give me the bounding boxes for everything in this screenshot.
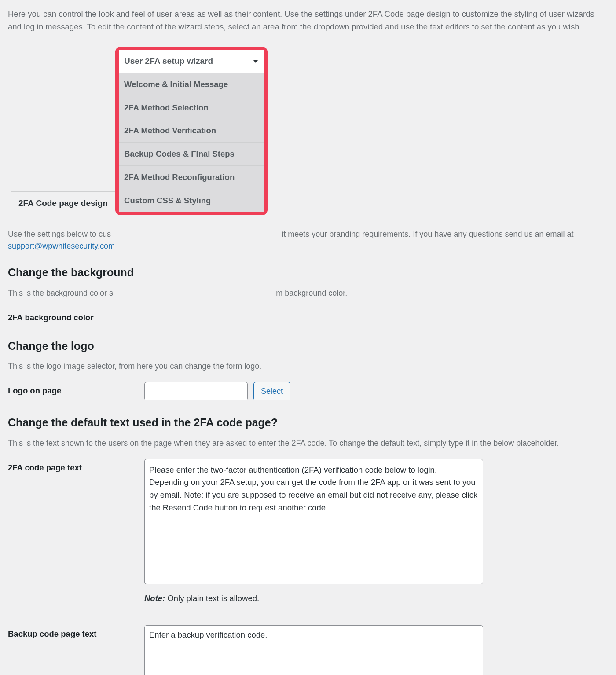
textarea-2fa-code-page-text[interactable] (144, 459, 483, 584)
heading-change-logo: Change the logo (8, 338, 608, 355)
tabs-bar: 2FA Code page design User 2FA setup wiza… (8, 46, 608, 215)
dropdown-item-welcome[interactable]: Welcome & Initial Message (119, 73, 264, 96)
label-logo-on-page: Logo on page (8, 382, 144, 397)
label-2fa-bg-color: 2FA background color (8, 309, 144, 324)
bg-desc-prefix: This is the background color s (8, 289, 113, 297)
chevron-down-icon (253, 59, 259, 64)
dropdown-header[interactable]: User 2FA setup wizard (119, 50, 264, 73)
dropdown-highlight: User 2FA setup wizard Welcome & Initial … (115, 47, 268, 215)
logo-desc: This is the logo image selector, from he… (8, 360, 608, 372)
textarea-backup-code-page-text[interactable] (144, 625, 483, 675)
support-email-link[interactable]: support@wpwhitesecurity.com (8, 242, 115, 250)
text-desc: This is the text shown to the users on t… (8, 437, 608, 449)
note-label: Note: (144, 594, 165, 603)
svg-marker-0 (253, 60, 258, 63)
logo-input[interactable] (144, 382, 248, 400)
intro-text: Here you can control the look and feel o… (8, 8, 608, 33)
bg-desc-suffix: m background color. (276, 289, 347, 297)
dropdown-selected: User 2FA setup wizard (124, 55, 213, 68)
dropdown-item-method-selection[interactable]: 2FA Method Selection (119, 96, 264, 119)
dropdown-list: Welcome & Initial Message 2FA Method Sel… (119, 73, 264, 212)
desc-prefix: Use the settings below to cus (8, 230, 111, 238)
label-2fa-code-page-text: 2FA code page text (8, 459, 144, 474)
tab-2fa-code-page-design[interactable]: 2FA Code page design (11, 191, 115, 216)
desc-suffix: it meets your branding requirements. If … (282, 230, 573, 238)
select-button[interactable]: Select (253, 382, 290, 400)
heading-change-background: Change the background (8, 264, 608, 281)
note-code-text: Note: Only plain text is allowed. (144, 592, 608, 605)
heading-change-default-text: Change the default text used in the 2FA … (8, 415, 608, 431)
dropdown-item-method-verification[interactable]: 2FA Method Verification (119, 119, 264, 142)
dropdown-item-custom-css[interactable]: Custom CSS & Styling (119, 189, 264, 212)
bg-desc: This is the background color s ………………………… (8, 287, 608, 299)
tab-user-2fa-setup-wizard[interactable]: User 2FA setup wizard Welcome & Initial … (115, 47, 268, 215)
dropdown-item-backup-codes[interactable]: Backup Codes & Final Steps (119, 142, 264, 165)
label-backup-code-page-text: Backup code page text (8, 625, 144, 640)
below-tabs-desc: Use the settings below to cus …………………………… (8, 228, 608, 252)
note-text: Only plain text is allowed. (165, 594, 259, 603)
dropdown-item-reconfiguration[interactable]: 2FA Method Reconfiguration (119, 165, 264, 189)
